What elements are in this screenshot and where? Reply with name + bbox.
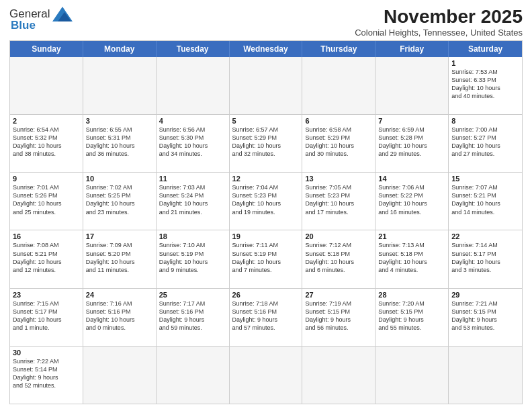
cell-info: Sunrise: 6:58 AM Sunset: 5:29 PM Dayligh… xyxy=(305,126,372,158)
day-number: 16 xyxy=(13,232,80,240)
logo-text-blue: Blue xyxy=(11,19,36,32)
header-sunday: Sunday xyxy=(10,41,83,57)
cell-info: Sunrise: 7:53 AM Sunset: 6:33 PM Dayligh… xyxy=(451,68,519,101)
calendar-cell xyxy=(230,57,303,114)
calendar-cell: 12Sunrise: 7:04 AM Sunset: 5:23 PM Dayli… xyxy=(230,173,303,230)
day-number: 25 xyxy=(159,291,226,299)
cell-info: Sunrise: 7:05 AM Sunset: 5:23 PM Dayligh… xyxy=(305,183,372,216)
day-number: 24 xyxy=(86,291,153,299)
calendar-cell: 4Sunrise: 6:56 AM Sunset: 5:30 PM Daylig… xyxy=(157,115,230,172)
calendar-cell: 1Sunrise: 7:53 AM Sunset: 6:33 PM Daylig… xyxy=(449,57,522,114)
day-number: 29 xyxy=(451,291,519,299)
calendar-cell: 26Sunrise: 7:18 AM Sunset: 5:16 PM Dayli… xyxy=(230,289,303,346)
calendar-cell: 18Sunrise: 7:10 AM Sunset: 5:19 PM Dayli… xyxy=(157,230,230,287)
calendar-cell: 14Sunrise: 7:06 AM Sunset: 5:22 PM Dayli… xyxy=(375,173,449,230)
calendar-header: Sunday Monday Tuesday Wednesday Thursday… xyxy=(10,41,522,57)
day-number: 6 xyxy=(305,117,372,125)
cell-info: Sunrise: 7:12 AM Sunset: 5:18 PM Dayligh… xyxy=(305,241,372,274)
calendar-cell: 8Sunrise: 7:00 AM Sunset: 5:27 PM Daylig… xyxy=(449,115,522,172)
day-number: 20 xyxy=(305,232,372,240)
title-block: November 2025 Colonial Heights, Tennesse… xyxy=(355,7,523,38)
calendar-cell: 3Sunrise: 6:55 AM Sunset: 5:31 PM Daylig… xyxy=(83,115,157,172)
header-thursday: Thursday xyxy=(302,41,375,57)
calendar-row: 30Sunrise: 7:22 AM Sunset: 5:14 PM Dayli… xyxy=(10,347,522,404)
calendar-cell: 19Sunrise: 7:11 AM Sunset: 5:19 PM Dayli… xyxy=(230,230,303,287)
calendar-cell: 21Sunrise: 7:13 AM Sunset: 5:18 PM Dayli… xyxy=(375,230,449,287)
header-friday: Friday xyxy=(375,41,449,57)
cell-info: Sunrise: 7:01 AM Sunset: 5:26 PM Dayligh… xyxy=(13,183,80,216)
calendar-cell: 10Sunrise: 7:02 AM Sunset: 5:25 PM Dayli… xyxy=(83,173,157,230)
cell-info: Sunrise: 7:19 AM Sunset: 5:15 PM Dayligh… xyxy=(305,300,372,332)
calendar-cell xyxy=(302,57,375,114)
calendar-cell xyxy=(302,347,375,404)
cell-info: Sunrise: 6:57 AM Sunset: 5:29 PM Dayligh… xyxy=(232,126,300,158)
calendar-row: 2Sunrise: 6:54 AM Sunset: 5:32 PM Daylig… xyxy=(10,115,522,173)
header-monday: Monday xyxy=(83,41,157,57)
calendar-cell: 28Sunrise: 7:20 AM Sunset: 5:15 PM Dayli… xyxy=(375,289,449,346)
day-number: 3 xyxy=(86,117,153,125)
day-number: 7 xyxy=(378,117,445,125)
cell-info: Sunrise: 7:17 AM Sunset: 5:16 PM Dayligh… xyxy=(159,300,226,332)
cell-info: Sunrise: 7:13 AM Sunset: 5:18 PM Dayligh… xyxy=(378,241,445,274)
calendar-cell: 5Sunrise: 6:57 AM Sunset: 5:29 PM Daylig… xyxy=(230,115,303,172)
cell-info: Sunrise: 7:21 AM Sunset: 5:15 PM Dayligh… xyxy=(451,300,519,332)
cell-info: Sunrise: 7:10 AM Sunset: 5:19 PM Dayligh… xyxy=(159,241,226,274)
day-number: 11 xyxy=(159,175,226,183)
day-number: 4 xyxy=(159,117,226,125)
calendar-cell: 20Sunrise: 7:12 AM Sunset: 5:18 PM Dayli… xyxy=(302,230,375,287)
day-number: 13 xyxy=(305,175,372,183)
cell-info: Sunrise: 7:11 AM Sunset: 5:19 PM Dayligh… xyxy=(232,241,300,274)
calendar-cell xyxy=(157,57,230,114)
logo: General Blue xyxy=(9,7,73,32)
day-number: 5 xyxy=(232,117,300,125)
day-number: 10 xyxy=(86,175,153,183)
calendar-row: 23Sunrise: 7:15 AM Sunset: 5:17 PM Dayli… xyxy=(10,289,522,347)
cell-info: Sunrise: 6:56 AM Sunset: 5:30 PM Dayligh… xyxy=(159,126,226,158)
cell-info: Sunrise: 7:08 AM Sunset: 5:21 PM Dayligh… xyxy=(13,241,80,274)
calendar-cell xyxy=(157,347,230,404)
cell-info: Sunrise: 6:54 AM Sunset: 5:32 PM Dayligh… xyxy=(13,126,80,158)
cell-info: Sunrise: 7:00 AM Sunset: 5:27 PM Dayligh… xyxy=(451,126,519,158)
day-number: 15 xyxy=(451,175,519,183)
calendar-cell xyxy=(230,347,303,404)
cell-info: Sunrise: 7:07 AM Sunset: 5:21 PM Dayligh… xyxy=(451,183,519,216)
logo-icon xyxy=(52,7,73,21)
calendar-cell xyxy=(449,347,522,404)
day-number: 27 xyxy=(305,291,372,299)
day-number: 19 xyxy=(232,232,300,240)
calendar-cell: 25Sunrise: 7:17 AM Sunset: 5:16 PM Dayli… xyxy=(157,289,230,346)
day-number: 17 xyxy=(86,232,153,240)
cell-info: Sunrise: 6:59 AM Sunset: 5:28 PM Dayligh… xyxy=(378,126,445,158)
calendar-cell xyxy=(83,57,157,114)
cell-info: Sunrise: 7:03 AM Sunset: 5:24 PM Dayligh… xyxy=(159,183,226,216)
calendar-cell: 27Sunrise: 7:19 AM Sunset: 5:15 PM Dayli… xyxy=(302,289,375,346)
day-number: 8 xyxy=(451,117,519,125)
cell-info: Sunrise: 7:09 AM Sunset: 5:20 PM Dayligh… xyxy=(86,241,153,274)
calendar-cell: 7Sunrise: 6:59 AM Sunset: 5:28 PM Daylig… xyxy=(375,115,449,172)
day-number: 22 xyxy=(451,232,519,240)
header-saturday: Saturday xyxy=(449,41,522,57)
day-number: 12 xyxy=(232,175,300,183)
calendar-cell: 23Sunrise: 7:15 AM Sunset: 5:17 PM Dayli… xyxy=(10,289,83,346)
calendar-row: 9Sunrise: 7:01 AM Sunset: 5:26 PM Daylig… xyxy=(10,173,522,230)
calendar-cell: 2Sunrise: 6:54 AM Sunset: 5:32 PM Daylig… xyxy=(10,115,83,172)
header-wednesday: Wednesday xyxy=(230,41,303,57)
day-number: 26 xyxy=(232,291,300,299)
header: General Blue November 2025 Colonial Heig… xyxy=(9,7,523,38)
cell-info: Sunrise: 7:15 AM Sunset: 5:17 PM Dayligh… xyxy=(13,300,80,332)
day-number: 2 xyxy=(13,117,80,125)
calendar-cell: 11Sunrise: 7:03 AM Sunset: 5:24 PM Dayli… xyxy=(157,173,230,230)
cell-info: Sunrise: 7:06 AM Sunset: 5:22 PM Dayligh… xyxy=(378,183,445,216)
cell-info: Sunrise: 7:14 AM Sunset: 5:17 PM Dayligh… xyxy=(451,241,519,274)
day-number: 21 xyxy=(378,232,445,240)
day-number: 1 xyxy=(451,59,519,67)
header-tuesday: Tuesday xyxy=(157,41,230,57)
cell-info: Sunrise: 6:55 AM Sunset: 5:31 PM Dayligh… xyxy=(86,126,153,158)
calendar-cell: 6Sunrise: 6:58 AM Sunset: 5:29 PM Daylig… xyxy=(302,115,375,172)
day-number: 14 xyxy=(378,175,445,183)
day-number: 18 xyxy=(159,232,226,240)
calendar-cell: 13Sunrise: 7:05 AM Sunset: 5:23 PM Dayli… xyxy=(302,173,375,230)
calendar-row: 1Sunrise: 7:53 AM Sunset: 6:33 PM Daylig… xyxy=(10,57,522,115)
day-number: 28 xyxy=(378,291,445,299)
calendar-cell: 16Sunrise: 7:08 AM Sunset: 5:21 PM Dayli… xyxy=(10,230,83,287)
